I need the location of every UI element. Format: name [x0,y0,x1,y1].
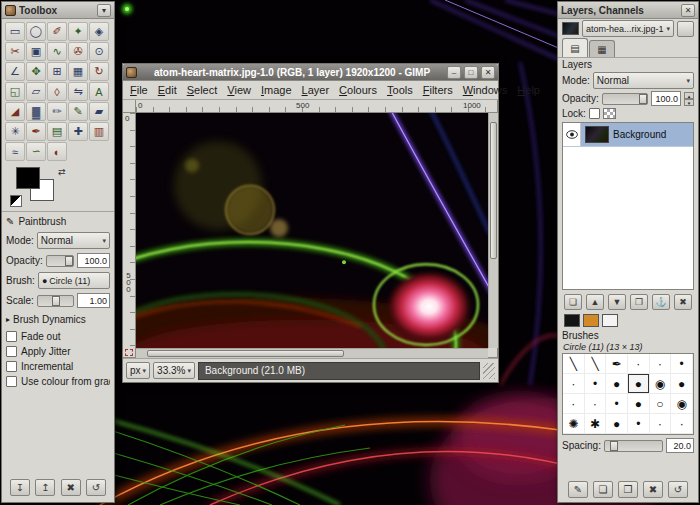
brush-item[interactable]: ╲ [585,354,607,374]
brush-item[interactable]: ∙ [585,394,607,414]
refresh-brushes-button[interactable]: ↺ [668,481,688,498]
navigation-button[interactable] [488,348,498,358]
slider-thumb[interactable] [52,296,60,306]
scrollbar-thumb[interactable] [490,122,497,258]
checkbox-box[interactable] [6,346,17,357]
brush-item[interactable]: ○ [650,394,672,414]
tool-align[interactable]: ⊞ [47,62,67,81]
tab-layers[interactable]: ▤ [562,38,588,57]
tool-option-checkbox[interactable]: Use colour from gradien [6,374,110,389]
layer-opacity-value[interactable]: 100.0 [651,91,681,106]
tool-airbrush[interactable]: ✳ [5,122,25,141]
brush-item[interactable]: ● [606,414,628,434]
scale-slider[interactable] [37,295,74,307]
layer-mode-combo[interactable]: Normal ▾ [593,72,694,89]
brush-item[interactable]: · [563,394,585,414]
mode-combo[interactable]: Normal ▾ [37,232,110,249]
menu-item[interactable]: File [125,82,153,98]
tool-free-select[interactable]: ✐ [47,22,67,41]
image-canvas[interactable] [136,113,488,348]
tool-flip[interactable]: ⇋ [68,82,88,101]
brush-item[interactable]: · [671,414,693,434]
tool-option-checkbox[interactable]: Apply Jitter [6,344,110,359]
menu-item[interactable]: Filters [418,82,458,98]
tool-foreground-select[interactable]: ▣ [26,42,46,61]
duplicate-brush-button[interactable]: ❐ [618,481,638,498]
swap-colors-icon[interactable]: ⇄ [58,167,66,177]
vertical-scrollbar[interactable] [488,113,498,348]
tool-eraser[interactable]: ▰ [89,102,109,121]
delete-brush-button[interactable]: ✖ [643,481,663,498]
spacing-slider[interactable] [604,440,663,452]
tool-shear[interactable]: ▱ [26,82,46,101]
opacity-value[interactable]: 100.0 [77,253,110,268]
tool-text[interactable]: A [89,82,109,101]
brush-item[interactable]: ◉ [650,374,672,394]
tool-paintbrush[interactable]: ✎ [68,102,88,121]
lower-layer-button[interactable]: ▼ [608,294,626,310]
tool-heal[interactable]: ✚ [68,122,88,141]
maximize-button[interactable]: □ [464,66,478,79]
tool-bucket-fill[interactable]: ◢ [5,102,25,121]
checkbox-box[interactable] [6,376,17,387]
raise-layer-button[interactable]: ▲ [586,294,604,310]
menu-item[interactable]: Select [182,82,223,98]
tool-paths[interactable]: ∿ [47,42,67,61]
tool-zoom[interactable]: ⊙ [89,42,109,61]
window-shade-button[interactable]: ▾ [97,4,111,17]
brush-item[interactable]: • [606,394,628,414]
opacity-slider[interactable] [46,255,74,267]
duplicate-layer-button[interactable]: ❐ [630,294,648,310]
minimize-button[interactable]: – [447,66,461,79]
menu-item[interactable]: Help [512,82,545,98]
tool-move[interactable]: ✥ [26,62,46,81]
image-selector-combo[interactable]: atom-hea...rix.jpg-1 ▾ [582,20,674,37]
layer-visibility-toggle[interactable] [563,123,581,146]
horizontal-scrollbar[interactable] [136,348,488,358]
brush-item[interactable]: ∙ [650,414,672,434]
zoom-combo[interactable]: 33.3% ▾ [153,362,195,379]
delete-layer-button[interactable]: ✖ [674,294,692,310]
tool-smudge[interactable]: ∽ [26,142,46,161]
layer-list[interactable]: Background [562,122,694,290]
menu-item[interactable]: Colours [334,82,382,98]
tool-crop[interactable]: ▦ [68,62,88,81]
save-options-button[interactable]: ↧ [10,479,30,496]
tool-measure[interactable]: ∠ [5,62,25,81]
unit-combo[interactable]: px ▾ [126,362,150,379]
checkbox-box[interactable] [6,331,17,342]
tool-fuzzy-select[interactable]: ✦ [68,22,88,41]
close-button[interactable]: ✕ [481,66,495,79]
menu-item[interactable]: Image [256,82,297,98]
quick-mask-toggle[interactable] [123,348,136,358]
tool-option-checkbox[interactable]: Fade out [6,329,110,344]
spin-up-icon[interactable]: ▴ [684,92,694,99]
brush-item[interactable]: ● [628,374,650,394]
tool-blend[interactable]: ▓ [26,102,46,121]
tab-channels[interactable]: ▦ [589,40,615,57]
pattern-swatch[interactable] [583,314,599,327]
tool-scissors-select[interactable]: ✂ [5,42,25,61]
brush-item[interactable]: ◉ [671,394,693,414]
brush-item[interactable]: ● [671,374,693,394]
tool-dodge-burn[interactable]: ◐ [47,142,67,161]
brush-item[interactable]: ✒ [606,354,628,374]
slider-thumb[interactable] [639,94,647,104]
layer-opacity-slider[interactable] [602,93,648,105]
checkbox-box[interactable] [6,361,17,372]
reset-options-button[interactable]: ↺ [86,479,106,496]
anchor-layer-button[interactable]: ⚓ [652,294,670,310]
horizontal-ruler[interactable]: 0 500 1000 [136,100,488,113]
layer-row[interactable]: Background [563,123,693,147]
tool-perspective[interactable]: ◊ [47,82,67,101]
tool-pencil[interactable]: ✏ [47,102,67,121]
vertical-ruler[interactable]: 0 500 [123,113,136,348]
brush-item[interactable]: • [671,354,693,374]
tool-scale[interactable]: ◱ [5,82,25,101]
resize-grip[interactable] [483,363,495,379]
menu-item[interactable]: Layer [297,82,335,98]
tool-ink[interactable]: ✒ [26,122,46,141]
gradient-swatch[interactable] [602,314,618,327]
image-window-titlebar[interactable]: atom-heart-matrix.jpg-1.0 (RGB, 1 layer)… [123,64,498,81]
brush-item[interactable]: • [628,414,650,434]
